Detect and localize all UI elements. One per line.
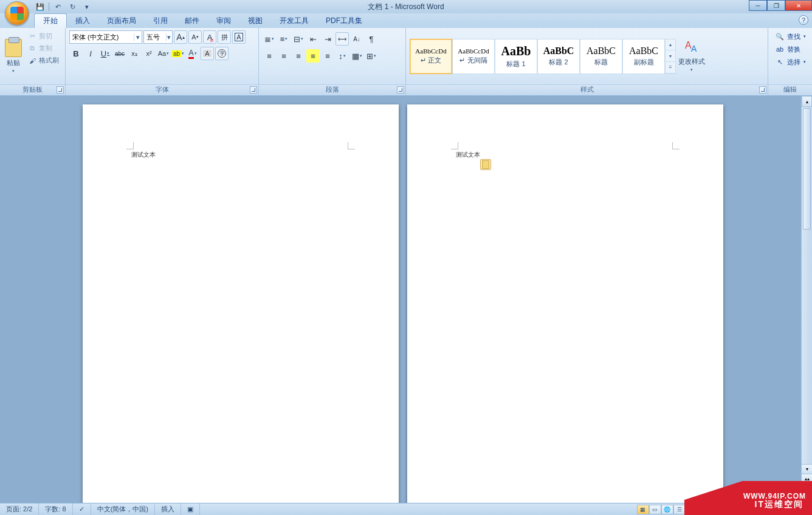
copy-button[interactable]: ⧉复制: [26, 43, 61, 54]
replace-button[interactable]: ab替换: [772, 43, 810, 55]
phonetic-guide-button[interactable]: 拼: [218, 30, 231, 44]
format-painter-button[interactable]: 🖌格式刷: [26, 55, 61, 66]
font-dialog-launcher[interactable]: [250, 86, 257, 94]
font-name-input[interactable]: [70, 33, 134, 41]
view-web[interactable]: 🌐: [661, 505, 673, 514]
restore-button[interactable]: ❐: [767, 0, 785, 11]
paste-options-button[interactable]: [480, 159, 491, 170]
style-normal[interactable]: AaBbCcDd↵ 正文: [410, 39, 452, 74]
page1-text[interactable]: 测试文本: [131, 151, 156, 159]
align-justify-button[interactable]: ≡: [306, 49, 320, 63]
view-fullscreen[interactable]: ▭: [649, 505, 661, 514]
office-button[interactable]: [5, 1, 29, 26]
paste-button[interactable]: 粘贴 ▾: [4, 30, 23, 82]
align-center-button[interactable]: ≡: [277, 49, 291, 63]
status-language[interactable]: 中文(简体，中国): [91, 503, 155, 515]
status-proofing[interactable]: ✓: [73, 503, 91, 515]
view-print-layout[interactable]: ▦: [637, 505, 649, 514]
page-2[interactable]: 测试文本: [407, 104, 723, 503]
sort-button[interactable]: A↓: [350, 32, 363, 46]
clear-format-button[interactable]: A⊘: [203, 30, 216, 44]
cut-button[interactable]: ✂剪切: [26, 30, 61, 42]
font-size-combo[interactable]: ▾: [143, 30, 173, 44]
font-color-button[interactable]: A▾: [186, 47, 199, 60]
show-marks-button[interactable]: ¶: [365, 32, 378, 46]
qat-save-icon[interactable]: 💾: [34, 1, 46, 12]
style-gallery: AaBbCcDd↵ 正文 AaBbCcDd↵ 无间隔 AaBb标题 1 AaBb…: [410, 39, 676, 74]
highlight-button[interactable]: ab▾: [171, 47, 185, 60]
gallery-expand[interactable]: ≡: [666, 62, 675, 73]
align-right-button[interactable]: ≡: [292, 49, 305, 63]
asian-layout-button[interactable]: ⟷: [335, 32, 349, 46]
italic-button[interactable]: I: [84, 47, 97, 60]
align-distributed-button[interactable]: ≡: [321, 49, 334, 63]
page2-text[interactable]: 测试文本: [456, 151, 480, 159]
superscript-button[interactable]: x²: [142, 47, 156, 60]
status-words[interactable]: 字数: 8: [39, 503, 72, 515]
style-heading1[interactable]: AaBb标题 1: [495, 39, 537, 74]
gallery-row-down[interactable]: ▾: [666, 50, 675, 62]
styles-dialog-launcher[interactable]: [759, 86, 766, 94]
tab-mailings[interactable]: 邮件: [176, 14, 208, 28]
line-spacing-button[interactable]: ↕▾: [335, 49, 349, 63]
style-subtitle[interactable]: AaBbC副标题: [622, 39, 665, 74]
gallery-row-up[interactable]: ▴: [666, 39, 675, 51]
tab-review[interactable]: 审阅: [208, 14, 239, 28]
tab-references[interactable]: 引用: [145, 14, 176, 28]
grow-font-button[interactable]: A▴: [174, 30, 187, 44]
style-heading2[interactable]: AaBbC标题 2: [537, 39, 580, 74]
enclose-char-button[interactable]: 字: [215, 47, 229, 60]
char-border-button[interactable]: A: [232, 30, 246, 44]
borders-button[interactable]: ⊞▾: [365, 49, 378, 63]
change-case-button[interactable]: Aa▾: [157, 47, 170, 60]
style-title[interactable]: AaBbC标题: [580, 39, 622, 74]
scroll-up-button[interactable]: ▴: [802, 96, 812, 107]
font-size-input[interactable]: [144, 33, 166, 41]
tab-pdf[interactable]: PDF工具集: [317, 14, 371, 28]
brush-icon: 🖌: [28, 56, 36, 65]
clipboard-dialog-launcher[interactable]: [57, 86, 64, 94]
subscript-button[interactable]: x₂: [128, 47, 141, 60]
qat-redo-icon[interactable]: ↻: [66, 1, 78, 12]
qat-customize-icon[interactable]: ▾: [81, 1, 93, 12]
change-styles-button[interactable]: 更改样式 ▾: [678, 40, 705, 72]
tab-home[interactable]: 开始: [34, 13, 67, 28]
chevron-down-icon[interactable]: ▾: [134, 33, 142, 41]
scroll-thumb[interactable]: [803, 108, 811, 230]
tab-developer[interactable]: 开发工具: [271, 14, 317, 28]
tab-insert[interactable]: 插入: [67, 14, 98, 28]
bullets-button[interactable]: ≣▾: [263, 32, 276, 46]
strike-button[interactable]: abc: [113, 47, 126, 60]
help-icon[interactable]: ?: [799, 15, 808, 25]
find-button[interactable]: 🔍查找▾: [772, 30, 810, 43]
chevron-down-icon[interactable]: ▾: [166, 33, 172, 41]
shrink-font-button[interactable]: A▾: [188, 30, 202, 44]
multilevel-button[interactable]: ⊟▾: [292, 32, 305, 46]
font-name-combo[interactable]: ▾: [69, 30, 142, 44]
status-mode[interactable]: 插入: [155, 503, 181, 515]
char-shading-button[interactable]: A: [201, 47, 214, 60]
qat-undo-icon[interactable]: ↶: [52, 1, 64, 12]
style-nospacing[interactable]: AaBbCcDd↵ 无间隔: [452, 39, 495, 74]
increase-indent-button[interactable]: ⇥: [321, 32, 334, 46]
page-1[interactable]: 测试文本: [83, 104, 399, 503]
minimize-button[interactable]: ─: [749, 0, 767, 11]
numbering-button[interactable]: ≡▾: [277, 32, 291, 46]
close-button[interactable]: ✕: [785, 0, 812, 11]
status-macro[interactable]: ▣: [181, 503, 200, 515]
format-painter-label: 格式刷: [39, 56, 59, 65]
chevron-down-icon: ▾: [12, 69, 15, 73]
status-page[interactable]: 页面: 2/2: [0, 503, 39, 515]
paragraph-dialog-launcher[interactable]: [397, 86, 404, 94]
underline-button[interactable]: U▾: [98, 47, 112, 60]
view-outline[interactable]: ☰: [673, 505, 686, 514]
decrease-indent-button[interactable]: ⇤: [306, 32, 320, 46]
scroll-down-button[interactable]: ▾: [802, 464, 812, 474]
select-button[interactable]: ↖选择▾: [772, 56, 810, 68]
bold-button[interactable]: B: [69, 47, 83, 60]
change-styles-label: 更改样式: [678, 57, 705, 66]
align-left-button[interactable]: ≡: [263, 49, 276, 63]
shading-button[interactable]: ▦▾: [350, 49, 363, 63]
tab-view[interactable]: 视图: [239, 14, 271, 28]
tab-pagelayout[interactable]: 页面布局: [98, 14, 145, 28]
